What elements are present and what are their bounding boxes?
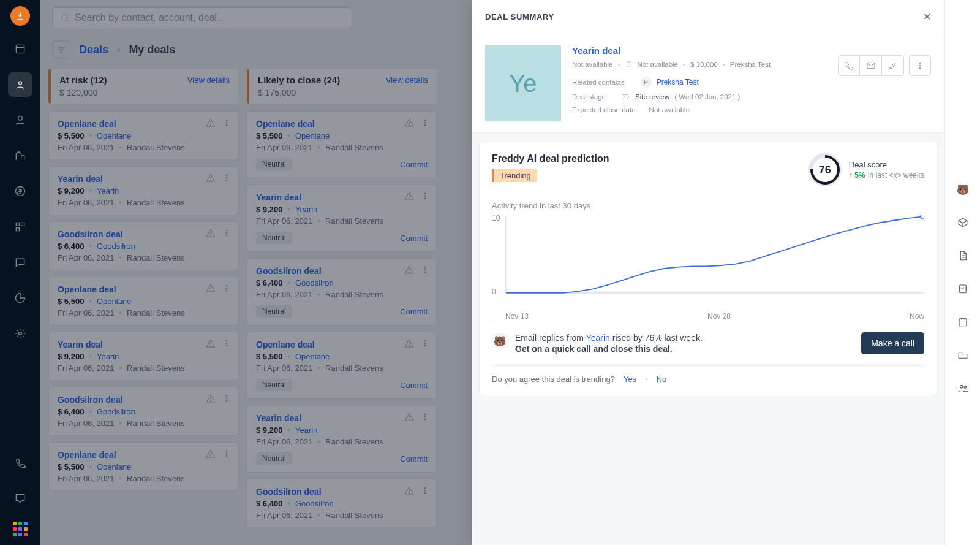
deal-name-link[interactable]: Yearin deal xyxy=(572,45,931,56)
nav-products-icon[interactable] xyxy=(8,215,32,239)
svg-point-67 xyxy=(919,65,921,66)
rail-box-icon[interactable] xyxy=(954,213,972,232)
call-button[interactable] xyxy=(838,55,860,76)
related-contacts-label: Related contacts xyxy=(572,78,625,86)
left-nav xyxy=(0,0,40,545)
svg-rect-6 xyxy=(16,228,19,231)
nav-user-icon[interactable] xyxy=(8,108,32,132)
contact-avatar: P xyxy=(641,77,652,88)
panel-title: DEAL SUMMARY xyxy=(485,12,554,21)
make-call-button[interactable]: Make a call xyxy=(861,332,924,354)
nav-dashboard-icon[interactable] xyxy=(8,37,32,61)
agree-question: Do you agree this deal is trending? xyxy=(492,375,615,384)
agree-yes[interactable]: Yes xyxy=(624,375,636,384)
trending-tag: Trending xyxy=(492,169,537,182)
svg-rect-70 xyxy=(959,319,967,326)
insight-bold: Get on a quick call and close this deal. xyxy=(515,344,703,354)
freddy-icon: 🐻 xyxy=(492,333,508,349)
svg-point-72 xyxy=(963,386,966,389)
nav-reports-icon[interactable] xyxy=(8,286,32,310)
nav-accounts-icon[interactable] xyxy=(8,143,32,168)
svg-point-71 xyxy=(960,386,963,389)
nav-conversations-icon[interactable] xyxy=(8,250,32,275)
svg-point-7 xyxy=(18,332,21,335)
svg-rect-5 xyxy=(21,223,24,226)
svg-rect-4 xyxy=(16,223,19,226)
nav-deals-icon[interactable] xyxy=(8,179,32,204)
score-delta: ↑ 5% xyxy=(849,171,865,180)
app-logo[interactable] xyxy=(10,6,30,26)
nav-settings-icon[interactable] xyxy=(8,321,32,346)
related-contact-link[interactable]: Preksha Test xyxy=(657,78,699,86)
right-rail: 🐻 xyxy=(944,0,980,545)
nav-apps-icon[interactable] xyxy=(13,522,28,536)
agree-no[interactable]: No xyxy=(657,375,667,384)
email-button[interactable] xyxy=(860,55,882,76)
rail-people-icon[interactable] xyxy=(954,379,972,397)
insight-link[interactable]: Yearin xyxy=(586,333,610,343)
svg-point-2 xyxy=(18,116,22,120)
close-icon[interactable]: ✕ xyxy=(923,11,931,23)
svg-rect-0 xyxy=(16,45,24,53)
prediction-card: Freddy AI deal prediction Trending 76 De… xyxy=(479,142,937,395)
nav-phone-icon[interactable] xyxy=(8,451,32,475)
deal-summary-panel: DEAL SUMMARY ✕ Ye Yearin deal Not availa… xyxy=(472,0,944,545)
stage-icon xyxy=(622,93,630,101)
chart-title: Activity trend in last 30 days xyxy=(492,201,924,210)
more-button[interactable] xyxy=(909,55,931,76)
deal-actions xyxy=(838,55,931,76)
rail-doc-icon[interactable] xyxy=(954,246,972,265)
close-date-label: Expected close date xyxy=(572,106,636,113)
deal-avatar: Ye xyxy=(485,45,561,121)
activity-trend-chart: 10 0 Nov 13 Nov 28 Now xyxy=(492,215,924,307)
svg-point-68 xyxy=(919,67,921,69)
svg-point-66 xyxy=(919,63,921,64)
svg-rect-65 xyxy=(867,63,875,68)
stage-label: Deal stage xyxy=(572,93,606,101)
svg-rect-61 xyxy=(627,62,631,67)
prediction-title: Freddy AI deal prediction xyxy=(492,153,609,164)
score-ring: 76 xyxy=(809,153,842,186)
edit-button[interactable] xyxy=(882,55,904,76)
rail-folder-icon[interactable] xyxy=(954,346,972,364)
svg-point-64 xyxy=(921,215,924,219)
rail-freddy-icon[interactable]: 🐻 xyxy=(954,180,972,199)
building-icon xyxy=(625,61,633,68)
svg-point-1 xyxy=(18,82,21,85)
nav-contacts-icon[interactable] xyxy=(8,72,32,97)
score-label: Deal score xyxy=(849,160,924,169)
rail-task-icon[interactable] xyxy=(954,280,972,298)
rail-calendar-icon[interactable] xyxy=(954,313,972,331)
nav-chat-icon[interactable] xyxy=(8,486,32,511)
